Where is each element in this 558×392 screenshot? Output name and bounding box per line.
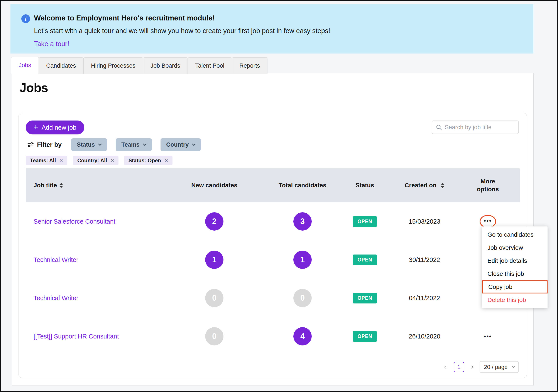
total-candidates-count: 0 [293, 289, 312, 307]
info-icon: i [21, 14, 30, 23]
total-candidates-count: 3 [293, 212, 312, 231]
chevron-down-icon [143, 142, 147, 146]
table-header-row: Job title New candidates Total candidate… [26, 168, 520, 202]
tab-reports[interactable]: Reports [232, 58, 268, 74]
table-row: Technical Writer 0 0 OPEN 04/11/2022 ••• [26, 279, 520, 317]
header-more-options-label: More options [474, 177, 502, 193]
created-on-date: 30/11/2022 [409, 256, 440, 263]
take-a-tour-link[interactable]: Take a tour! [34, 40, 69, 48]
new-candidates-count: 0 [205, 327, 223, 345]
filter-tag-status: Status: Open × [124, 156, 173, 165]
remove-filter-icon[interactable]: × [165, 158, 168, 164]
search-input[interactable] [445, 124, 515, 131]
chevron-left-icon [444, 365, 448, 369]
status-badge: OPEN [353, 331, 377, 342]
chevron-down-icon [192, 142, 196, 146]
more-options-button[interactable]: ••• [482, 330, 494, 342]
filter-status-label: Status [77, 142, 95, 148]
chevron-down-icon [98, 142, 102, 146]
row-context-menu: Go to candidates Job overview Edit job d… [482, 226, 548, 308]
next-page-button[interactable] [469, 365, 474, 370]
chevron-down-icon [512, 365, 515, 368]
tab-job-boards[interactable]: Job Boards [143, 58, 188, 74]
active-filter-tags: Teams: All × Country: All × Status: Open… [26, 156, 178, 165]
menu-item-edit-job-details[interactable]: Edit job details [482, 254, 548, 267]
job-title-link[interactable]: [[Test]] Support HR Consultant [26, 333, 160, 340]
filter-dropdown-status[interactable]: Status [71, 138, 107, 151]
filter-tag-teams-label: Teams: All [30, 158, 56, 164]
add-new-job-label: Add new job [42, 124, 77, 131]
created-on-date: 15/03/2023 [409, 218, 440, 225]
filter-row: Filter by Status Teams Country [27, 138, 209, 151]
chevron-right-icon [470, 365, 474, 369]
header-status: Status [336, 182, 393, 189]
previous-page-button[interactable] [444, 365, 448, 370]
welcome-banner: i Welcome to Employment Hero's recruitme… [10, 4, 533, 53]
menu-item-delete-this-job[interactable]: Delete this job [482, 293, 548, 307]
table-row: Senior Salesforce Consultant 2 3 OPEN 15… [26, 202, 520, 241]
remove-filter-icon[interactable]: × [111, 158, 114, 164]
page-size-value: 20 / page [484, 364, 507, 370]
job-title-link[interactable]: Senior Salesforce Consultant [26, 218, 160, 225]
recruitment-module-page: { "banner": { "title": "Welcome to Emplo… [0, 0, 558, 392]
banner-subtitle: Let's start with a quick tour and we wil… [34, 27, 330, 35]
new-candidates-count: 0 [205, 289, 223, 307]
remove-filter-icon[interactable]: × [60, 158, 63, 164]
header-created-on[interactable]: Created on [393, 182, 456, 189]
job-search-box [432, 121, 519, 134]
created-on-date: 26/10/2020 [409, 333, 440, 340]
more-options-button[interactable]: ••• [480, 215, 496, 228]
pagination: 1 20 / page [444, 361, 519, 373]
filter-country-label: Country [166, 142, 189, 148]
menu-item-job-overview[interactable]: Job overview [482, 241, 548, 254]
tab-candidates[interactable]: Candidates [39, 58, 84, 74]
filter-by-text: Filter by [37, 141, 62, 148]
page-size-select[interactable]: 20 / page [480, 361, 519, 373]
created-on-date: 04/11/2022 [409, 294, 440, 302]
tab-jobs[interactable]: Jobs [11, 57, 39, 74]
new-candidates-count: 2 [205, 212, 223, 231]
filter-by-label: Filter by [27, 141, 62, 148]
add-new-job-button[interactable]: + Add new job [26, 121, 84, 134]
page-title: Jobs [19, 80, 48, 95]
header-job-title-label: Job title [34, 182, 57, 189]
tab-talent-pool[interactable]: Talent Pool [188, 58, 232, 74]
table-row: Technical Writer 1 1 OPEN 30/11/2022 ••• [26, 241, 520, 279]
filter-teams-label: Teams [121, 142, 140, 148]
table-row: [[Test]] Support HR Consultant 0 4 OPEN … [26, 317, 520, 355]
filter-dropdown-country[interactable]: Country [160, 138, 201, 151]
header-more-options: More options [456, 177, 520, 193]
header-job-title[interactable]: Job title [26, 182, 160, 189]
jobs-panel: Jobs + Add new job [12, 73, 534, 385]
sort-icon[interactable] [60, 183, 63, 188]
tab-hiring-processes[interactable]: Hiring Processes [83, 58, 143, 74]
header-created-on-label: Created on [405, 182, 436, 189]
status-badge: OPEN [353, 216, 377, 227]
header-new-candidates: New candidates [160, 182, 269, 189]
jobs-table: Job title New candidates Total candidate… [26, 168, 520, 355]
menu-item-go-to-candidates[interactable]: Go to candidates [482, 228, 548, 241]
job-title-link[interactable]: Technical Writer [26, 294, 160, 302]
filter-sliders-icon [27, 141, 34, 148]
filter-tag-country: Country: All × [73, 156, 119, 165]
filter-tag-country-label: Country: All [77, 158, 107, 164]
module-tabs: Jobs Candidates Hiring Processes Job Boa… [11, 57, 267, 74]
status-badge: OPEN [353, 293, 377, 303]
search-icon [436, 124, 442, 131]
status-badge: OPEN [353, 255, 377, 265]
menu-item-close-this-job[interactable]: Close this job [482, 267, 548, 280]
filter-tag-teams: Teams: All × [26, 156, 67, 165]
sort-icon[interactable] [441, 183, 444, 188]
filter-tag-status-label: Status: Open [129, 158, 161, 164]
new-candidates-count: 1 [205, 250, 223, 269]
plus-icon: + [34, 123, 38, 131]
job-title-link[interactable]: Technical Writer [26, 256, 160, 263]
header-total-candidates: Total candidates [269, 182, 336, 189]
banner-title: Welcome to Employment Hero's recruitment… [34, 14, 215, 22]
total-candidates-count: 1 [293, 250, 312, 269]
menu-item-copy-job[interactable]: Copy job [482, 280, 548, 293]
page-number-button[interactable]: 1 [454, 362, 464, 372]
filter-dropdown-teams[interactable]: Teams [116, 138, 152, 151]
jobs-card: + Add new job F [18, 113, 527, 378]
total-candidates-count: 4 [293, 327, 312, 345]
